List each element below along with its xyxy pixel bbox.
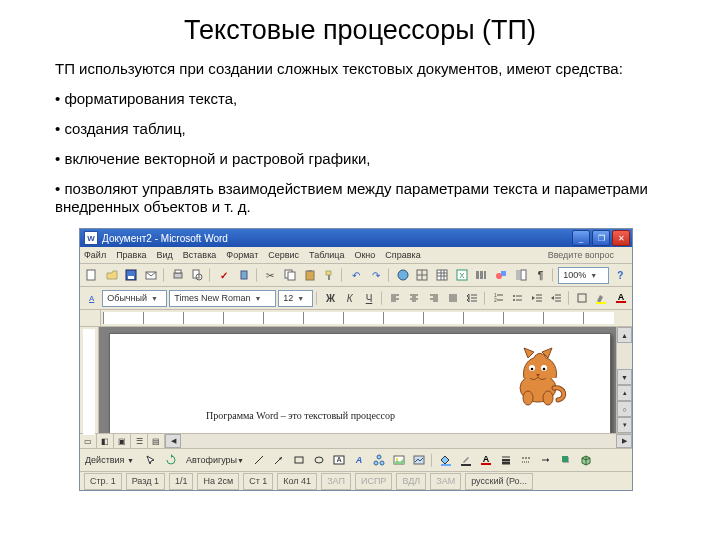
tables-borders-icon[interactable]: [413, 266, 431, 284]
print-layout-view-icon[interactable]: ▣: [114, 434, 131, 448]
italic-icon[interactable]: К: [341, 289, 358, 307]
cut-icon[interactable]: ✂: [262, 266, 280, 284]
docmap-icon[interactable]: [512, 266, 530, 284]
highlight-icon[interactable]: [593, 289, 610, 307]
horizontal-ruler[interactable]: [80, 310, 632, 327]
normal-view-icon[interactable]: ▭: [80, 434, 97, 448]
3d-icon[interactable]: [577, 451, 595, 469]
minimize-button[interactable]: _: [572, 230, 590, 246]
styles-pane-icon[interactable]: A: [83, 289, 100, 307]
font-color-icon[interactable]: A: [612, 289, 629, 307]
line-color-icon[interactable]: [457, 451, 475, 469]
open-icon[interactable]: [103, 266, 121, 284]
document-area[interactable]: Программа Word – это текстовый процессор: [99, 327, 616, 433]
clipart-cat-image[interactable]: [506, 344, 570, 408]
fill-color-icon[interactable]: [437, 451, 455, 469]
bullets-icon[interactable]: [509, 289, 526, 307]
decrease-indent-icon[interactable]: [528, 289, 545, 307]
select-objects-icon[interactable]: [142, 451, 160, 469]
oval-icon[interactable]: [310, 451, 328, 469]
underline-icon[interactable]: Ч: [360, 289, 377, 307]
reading-view-icon[interactable]: ▤: [148, 434, 165, 448]
redo-icon[interactable]: ↷: [367, 266, 385, 284]
copy-icon[interactable]: [281, 266, 299, 284]
close-button[interactable]: ✕: [612, 230, 630, 246]
line-icon[interactable]: [250, 451, 268, 469]
menu-tools[interactable]: Сервис: [268, 250, 299, 260]
horizontal-scrollbar[interactable]: ◀ ▶: [165, 434, 632, 448]
menu-insert[interactable]: Вставка: [183, 250, 216, 260]
vertical-scrollbar[interactable]: ▲ ▼ ▴ ○ ▾: [616, 327, 632, 433]
rectangle-icon[interactable]: [290, 451, 308, 469]
line-style-icon[interactable]: [497, 451, 515, 469]
font-size-combo[interactable]: 12▼: [278, 290, 313, 307]
menu-format[interactable]: Формат: [226, 250, 258, 260]
excel-icon[interactable]: X: [453, 266, 471, 284]
menu-view[interactable]: Вид: [157, 250, 173, 260]
format-painter-icon[interactable]: [321, 266, 339, 284]
status-rec[interactable]: ЗАП: [321, 473, 351, 490]
web-view-icon[interactable]: ◧: [97, 434, 114, 448]
columns-icon[interactable]: [473, 266, 491, 284]
browse-object-icon[interactable]: ○: [617, 401, 632, 417]
font-combo[interactable]: Times New Roman▼: [169, 290, 276, 307]
menu-window[interactable]: Окно: [354, 250, 375, 260]
document-body-text[interactable]: Программа Word – это текстовый процессор: [206, 410, 395, 421]
borders-icon[interactable]: [573, 289, 590, 307]
scroll-up-icon[interactable]: ▲: [617, 327, 632, 343]
next-page-icon[interactable]: ▾: [617, 417, 632, 433]
dash-style-icon[interactable]: [517, 451, 535, 469]
titlebar[interactable]: W Документ2 - Microsoft Word _ ❐ ✕: [80, 229, 632, 247]
status-language[interactable]: русский (Ро...: [465, 473, 533, 490]
style-combo[interactable]: Обычный▼: [102, 290, 167, 307]
outline-view-icon[interactable]: ☰: [131, 434, 148, 448]
paste-icon[interactable]: [301, 266, 319, 284]
menu-help[interactable]: Справка: [385, 250, 420, 260]
autoshapes-menu[interactable]: Автофигуры ▼: [182, 455, 248, 465]
align-right-icon[interactable]: [425, 289, 442, 307]
save-icon[interactable]: [122, 266, 140, 284]
research-icon[interactable]: [235, 266, 253, 284]
font-color-draw-icon[interactable]: A: [477, 451, 495, 469]
scroll-right-icon[interactable]: ▶: [616, 434, 632, 448]
insert-picture-icon[interactable]: [410, 451, 428, 469]
draw-actions-menu[interactable]: Действия ▼: [83, 455, 140, 465]
status-ovr[interactable]: ЗАМ: [430, 473, 461, 490]
email-icon[interactable]: [142, 266, 160, 284]
print-icon[interactable]: [169, 266, 187, 284]
align-left-icon[interactable]: [387, 289, 404, 307]
align-justify-icon[interactable]: [444, 289, 461, 307]
status-trk[interactable]: ИСПР: [355, 473, 392, 490]
zoom-combo[interactable]: 100%▼: [558, 267, 609, 284]
menu-table[interactable]: Таблица: [309, 250, 344, 260]
diagram-icon[interactable]: [370, 451, 388, 469]
bold-icon[interactable]: Ж: [322, 289, 339, 307]
ask-question-box[interactable]: Введите вопрос: [544, 250, 618, 260]
arrow-icon[interactable]: [270, 451, 288, 469]
clipart-icon[interactable]: [390, 451, 408, 469]
scroll-down-icon[interactable]: ▼: [617, 369, 632, 385]
rotate-icon[interactable]: [162, 451, 180, 469]
menu-file[interactable]: Файл: [84, 250, 106, 260]
status-ext[interactable]: ВДЛ: [396, 473, 426, 490]
insert-table-icon[interactable]: [433, 266, 451, 284]
new-doc-icon[interactable]: [83, 266, 101, 284]
help-icon[interactable]: ?: [611, 266, 629, 284]
undo-icon[interactable]: ↶: [347, 266, 365, 284]
spellcheck-icon[interactable]: ✓: [215, 266, 233, 284]
scroll-left-icon[interactable]: ◀: [165, 434, 181, 448]
textbox-icon[interactable]: A: [330, 451, 348, 469]
menu-edit[interactable]: Правка: [116, 250, 146, 260]
maximize-button[interactable]: ❐: [592, 230, 610, 246]
hyperlink-icon[interactable]: [394, 266, 412, 284]
line-spacing-icon[interactable]: [463, 289, 480, 307]
preview-icon[interactable]: [188, 266, 206, 284]
increase-indent-icon[interactable]: [547, 289, 564, 307]
shadow-icon[interactable]: [557, 451, 575, 469]
drawing-toggle-icon[interactable]: [492, 266, 510, 284]
vertical-ruler[interactable]: [80, 327, 99, 433]
show-marks-icon[interactable]: ¶: [532, 266, 550, 284]
prev-page-icon[interactable]: ▴: [617, 385, 632, 401]
numbering-icon[interactable]: 12: [490, 289, 507, 307]
wordart-icon[interactable]: A: [350, 451, 368, 469]
